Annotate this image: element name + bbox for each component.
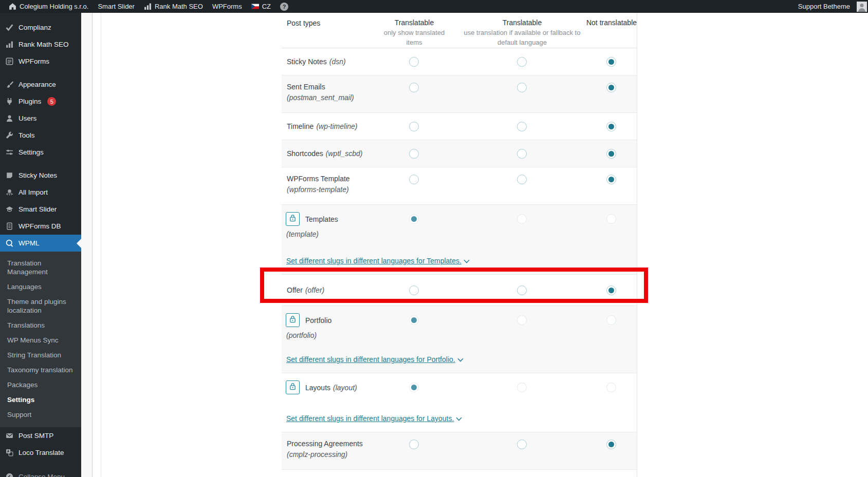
radio-timeline-col2[interactable] — [517, 122, 527, 131]
sidebar-item-wpml[interactable]: WPML — [0, 235, 81, 252]
collapse-menu-label: Collapse Menu — [19, 473, 65, 477]
adminbar-item-colegium-holding-s-r-o[interactable]: Colegium Holding s.r.o. — [4, 0, 93, 13]
table-row-portfolio: Portfolio(portfolio)Set different slugs … — [282, 306, 637, 373]
radio-layouts-col1 — [409, 383, 419, 392]
octopus-icon — [5, 188, 13, 196]
column-subtitle: use translation if available or fallback… — [458, 28, 586, 47]
post-type-name: Templates — [305, 215, 338, 223]
post-type-name: Layouts — [305, 384, 330, 392]
table-row-templates: Templates(template)Set different slugs i… — [282, 205, 637, 275]
radio-wpforms-template-col1[interactable] — [409, 175, 419, 184]
sidebar-item-complianz[interactable]: Complianz — [0, 19, 81, 36]
adminbar-item-cz[interactable]: CZ — [247, 0, 275, 13]
sidebar-item-all-import[interactable]: All Import — [0, 184, 81, 201]
current-menu-arrow — [77, 239, 81, 248]
envelope-icon — [5, 432, 13, 440]
plug-icon — [5, 98, 13, 105]
panel-right-border — [637, 13, 637, 477]
sidebar-item-label: Users — [19, 115, 36, 122]
sidebar-item-wpforms-db[interactable]: WPForms DB — [0, 218, 81, 235]
set-slugs-link-templates[interactable]: Set different slugs in different languag… — [286, 257, 470, 265]
radio-wpforms-template-col2[interactable] — [517, 175, 527, 184]
menu-separator — [0, 161, 81, 167]
sidebar-item-plugins[interactable]: Plugins5 — [0, 93, 81, 110]
radio-shortcodes-col3[interactable] — [606, 149, 616, 159]
radio-timeline-col1[interactable] — [409, 122, 419, 131]
submenu-item-theme-and-plugins-localization[interactable]: Theme and plugins localization — [0, 294, 79, 318]
locked-post-type-templates: Templates — [286, 212, 338, 226]
submenu-item-packages[interactable]: Packages — [0, 377, 79, 392]
radio-sticky-notes-col3[interactable] — [606, 57, 616, 67]
adminbar-item-wpforms[interactable]: WPForms — [208, 0, 247, 13]
sidebar-item-label: Rank Math SEO — [19, 41, 69, 48]
sidebar-item-label: Appearance — [19, 81, 56, 88]
sidebar-item-label: All Import — [19, 188, 48, 196]
post-type-label: WPForms Template(wpforms-template) — [287, 174, 350, 195]
radio-sent-emails-col2[interactable] — [517, 83, 527, 92]
radio-offer-col3[interactable] — [606, 285, 616, 295]
adminbar-item-smart-slider[interactable]: Smart Slider — [93, 0, 139, 13]
chart-icon — [5, 41, 13, 48]
adminbar-item-label: Support Betheme — [798, 3, 850, 10]
post-type-slug: (wptl_scbd) — [326, 149, 363, 158]
radio-wpforms-template-col3[interactable] — [606, 175, 616, 184]
radio-processing-agreements-col1[interactable] — [409, 440, 419, 449]
radio-templates-col1 — [409, 214, 419, 224]
radio-processing-agreements-col2[interactable] — [517, 440, 527, 449]
radio-timeline-col3[interactable] — [606, 122, 616, 131]
radio-offer-col2[interactable] — [517, 285, 527, 295]
sidebar-item-label: Complianz — [19, 24, 51, 31]
column-title: Not translatable — [581, 18, 642, 28]
radio-shortcodes-col2[interactable] — [517, 149, 527, 159]
sidebar-item-rank-math-seo[interactable]: Rank Math SEO — [0, 36, 81, 53]
submenu-item-translation-management[interactable]: Translation Management — [0, 256, 79, 279]
column-header-translatable-1: Translatableonly show translated items — [376, 18, 453, 47]
radio-processing-agreements-col3[interactable] — [606, 440, 616, 449]
collapse-menu-wrap: Collapse Menu — [0, 468, 81, 477]
radio-shortcodes-col1[interactable] — [409, 149, 419, 159]
lock-button[interactable] — [286, 212, 300, 226]
adminbar-item-label: WPForms — [212, 3, 242, 10]
column-title: Translatable — [458, 18, 586, 28]
help-icon[interactable]: ? — [280, 3, 288, 11]
radio-sticky-notes-col1[interactable] — [409, 57, 419, 67]
submenu-item-settings[interactable]: Settings — [0, 392, 79, 407]
radio-offer-col1[interactable] — [409, 285, 419, 295]
radio-sent-emails-col3[interactable] — [606, 83, 616, 92]
sidebar-item-label: Loco Translate — [19, 449, 64, 456]
submenu-item-translations[interactable]: Translations — [0, 318, 79, 333]
lock-icon — [289, 383, 296, 392]
set-slugs-link-layouts[interactable]: Set different slugs in different languag… — [286, 414, 462, 423]
submenu-item-wp-menus-sync[interactable]: WP Menus Sync — [0, 333, 79, 348]
sidebar-item-wpforms[interactable]: WPForms — [0, 53, 81, 70]
lock-button[interactable] — [286, 313, 300, 327]
lock-button[interactable] — [286, 380, 300, 394]
submenu-item-support[interactable]: Support — [0, 407, 79, 422]
radio-sticky-notes-col2[interactable] — [517, 57, 527, 67]
sidebar-item-settings[interactable]: Settings — [0, 144, 81, 161]
sidebar-item-label: Post SMTP — [19, 432, 53, 440]
post-type-label: Sticky Notes(dsn) — [287, 56, 346, 67]
radio-layouts-col3 — [606, 383, 616, 392]
adminbar-item-rank-math-seo[interactable]: Rank Math SEO — [139, 0, 208, 13]
sidebar-item-post-smtp[interactable]: Post SMTP — [0, 427, 81, 444]
radio-sent-emails-col1[interactable] — [409, 83, 419, 92]
post-type-name: Timeline — [287, 122, 313, 130]
sidebar-item-label: WPML — [19, 239, 40, 247]
post-type-name: Offer — [287, 286, 303, 294]
sidebar-item-loco-translate[interactable]: Loco Translate — [0, 444, 81, 461]
submenu-item-taxonomy-translation[interactable]: Taxonomy translation — [0, 362, 79, 377]
submenu-item-string-translation[interactable]: String Translation — [0, 348, 79, 362]
sidebar-item-smart-slider[interactable]: Smart Slider — [0, 201, 81, 218]
adminbar-item-support-betheme[interactable]: Support Betheme — [793, 0, 868, 13]
wordpress-admin-screen: Colegium Holding s.r.o.Smart SliderRank … — [0, 0, 868, 477]
sidebar-item-appearance[interactable]: Appearance — [0, 76, 81, 93]
adminbar-item-item[interactable]: ? — [275, 0, 293, 13]
sidebar-item-sticky-notes[interactable]: Sticky Notes — [0, 167, 81, 184]
post-type-slug: (postman_sent_mail) — [287, 92, 354, 103]
submenu-item-languages[interactable]: Languages — [0, 279, 79, 294]
set-slugs-link-portfolio[interactable]: Set different slugs in different languag… — [286, 355, 464, 364]
collapse-menu-button[interactable]: Collapse Menu — [0, 468, 81, 477]
sidebar-item-tools[interactable]: Tools — [0, 127, 81, 144]
sidebar-item-users[interactable]: Users — [0, 110, 81, 127]
